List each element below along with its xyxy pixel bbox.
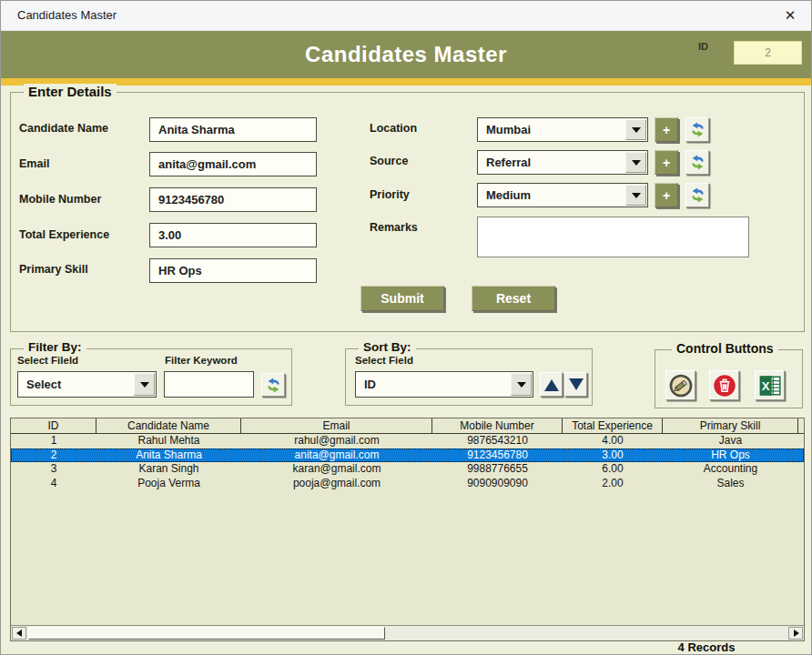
sort-descending-button[interactable] — [564, 372, 587, 397]
table-row[interactable]: 1Rahul Mehtarahul@gmail.com98765432104.0… — [11, 434, 804, 448]
refresh-icon — [689, 154, 706, 171]
remarks-label: Remarks — [370, 221, 418, 234]
control-buttons-legend: Control Buttons — [672, 341, 778, 356]
filter-field-label: Select Fileld — [17, 355, 78, 366]
refresh-priority-button[interactable] — [685, 183, 709, 207]
table-cell: 2 — [11, 448, 96, 463]
source-combobox[interactable]: Referral — [477, 150, 648, 175]
table-cell: 4.00 — [563, 434, 663, 448]
sort-field-label: Select Field — [355, 355, 413, 366]
column-header[interactable]: Email — [241, 418, 432, 433]
column-header-filler — [798, 418, 804, 433]
horizontal-scrollbar[interactable] — [11, 625, 804, 640]
table-cell: pooja@gmail.com — [241, 477, 432, 491]
table-cell: 9876543210 — [432, 434, 563, 448]
refresh-location-button[interactable] — [685, 117, 709, 142]
record-count: 4 Records — [584, 640, 812, 654]
table-cell-filler — [798, 448, 804, 463]
trash-icon — [713, 374, 736, 398]
total-experience-label: Total Experience — [19, 228, 109, 241]
delete-button[interactable] — [709, 370, 739, 400]
mobile-number-field[interactable] — [149, 187, 317, 212]
export-excel-button[interactable]: X — [755, 370, 785, 400]
table-row[interactable]: 4Pooja Vermapooja@gmail.com90909090902.0… — [11, 477, 804, 491]
excel-icon: X — [758, 374, 782, 398]
column-header[interactable]: Total Experience — [563, 418, 663, 433]
location-label: Location — [370, 122, 417, 135]
table-cell: 3.00 — [563, 448, 663, 463]
email-field[interactable] — [149, 152, 317, 176]
close-icon[interactable]: ✕ — [769, 1, 811, 30]
scrollbar-thumb[interactable] — [28, 627, 385, 640]
table-cell: Accounting — [663, 462, 798, 477]
candidates-list[interactable]: IDCandidate NameEmailMobile NumberTotal … — [10, 418, 805, 641]
table-cell: rahul@gmail.com — [241, 434, 432, 448]
refresh-icon — [689, 186, 706, 204]
source-label: Source — [370, 155, 408, 167]
scroll-right-arrow-icon[interactable] — [788, 627, 803, 640]
svg-text:X: X — [761, 378, 769, 392]
table-cell: HR Ops — [663, 448, 798, 463]
refresh-icon — [265, 377, 282, 394]
remarks-field[interactable] — [477, 217, 749, 257]
source-value: Referral — [478, 151, 624, 174]
edit-button[interactable] — [665, 370, 695, 400]
chevron-down-icon[interactable] — [511, 373, 532, 396]
candidate-name-label: Candidate Name — [19, 122, 108, 135]
table-cell-filler — [798, 462, 804, 477]
location-combobox[interactable]: Mumbai — [477, 117, 648, 142]
table-row[interactable]: 3Karan Singhkaran@gmail.com99887766556.0… — [11, 462, 804, 477]
table-cell: 9988776655 — [432, 462, 563, 477]
edit-pencil-icon — [669, 374, 693, 398]
location-value: Mumbai — [478, 118, 624, 141]
mobile-number-label: Mobile Number — [19, 193, 101, 206]
apply-filter-button[interactable] — [261, 373, 285, 397]
table-cell: 9123456780 — [432, 448, 563, 463]
table-cell-filler — [798, 434, 804, 448]
page-title: Candidates Master — [1, 31, 811, 78]
reset-button[interactable]: Reset — [472, 286, 555, 311]
candidates-master-window: Candidates Master ✕ Candidates Master ID… — [0, 0, 812, 655]
table-row[interactable]: 2Anita Sharmaanita@gmail.com91234567803.… — [11, 448, 804, 463]
scroll-left-arrow-icon[interactable] — [12, 627, 26, 640]
priority-label: Priority — [370, 188, 410, 201]
enter-details-legend: Enter Details — [24, 84, 117, 99]
table-cell: Karan Singh — [96, 462, 241, 477]
filter-field-combobox[interactable]: Select — [17, 371, 157, 398]
filter-keyword-input[interactable] — [164, 371, 254, 398]
add-source-button[interactable]: + — [655, 150, 678, 175]
column-header[interactable]: Candidate Name — [96, 418, 241, 433]
primary-skill-field[interactable] — [149, 258, 317, 283]
table-cell: Java — [663, 434, 798, 448]
candidate-name-field[interactable] — [149, 117, 317, 142]
column-header[interactable]: Mobile Number — [432, 418, 563, 433]
form-header: Candidates Master ID 2 — [1, 31, 811, 78]
filter-field-value: Select — [18, 372, 133, 397]
window-title: Candidates Master — [17, 1, 117, 30]
table-cell: 2.00 — [563, 477, 663, 491]
sort-by-legend: Sort By: — [359, 340, 416, 354]
table-cell: Anita Sharma — [96, 448, 241, 463]
total-experience-field[interactable] — [149, 223, 317, 247]
submit-button[interactable]: Submit — [360, 286, 444, 311]
add-location-button[interactable]: + — [655, 117, 678, 142]
column-header[interactable]: Primary Skill — [663, 418, 798, 433]
table-cell: Sales — [663, 477, 798, 491]
sort-field-value: ID — [356, 372, 510, 397]
priority-combobox[interactable]: Medium — [477, 183, 648, 207]
table-cell: Rahul Mehta — [96, 434, 241, 448]
refresh-source-button[interactable] — [685, 150, 709, 175]
table-cell: Pooja Verma — [96, 477, 241, 491]
table-cell: 9090909090 — [432, 477, 563, 491]
chevron-down-icon[interactable] — [625, 152, 646, 173]
sort-field-combobox[interactable]: ID — [355, 371, 533, 398]
column-header[interactable]: ID — [11, 418, 96, 433]
chevron-down-icon[interactable] — [625, 119, 646, 140]
sort-ascending-button[interactable] — [540, 372, 563, 397]
add-priority-button[interactable]: + — [655, 183, 678, 207]
chevron-down-icon[interactable] — [134, 373, 155, 396]
chevron-down-icon[interactable] — [625, 185, 646, 206]
table-cell: 4 — [11, 477, 96, 491]
id-value-box[interactable]: 2 — [734, 41, 802, 65]
accent-stripe — [1, 78, 811, 86]
